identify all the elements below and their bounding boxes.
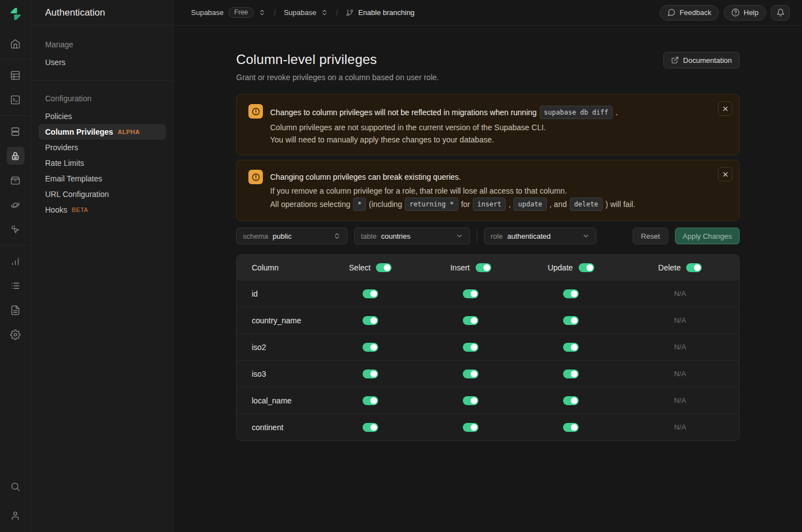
header-cell-column: Column <box>237 263 320 272</box>
topbar: Supabase Free / Supabase / Enable branch… <box>174 0 802 26</box>
table-row: country_nameN/A <box>237 307 739 333</box>
id-update-toggle[interactable] <box>563 289 579 298</box>
page-title: Column-level privileges <box>236 52 439 67</box>
header-label: Update <box>547 263 573 272</box>
continent-insert-toggle[interactable] <box>463 423 478 432</box>
column-name-cell: continent <box>237 423 320 432</box>
account-icon[interactable] <box>7 506 25 524</box>
id-select-toggle[interactable] <box>363 289 378 298</box>
realtime-icon[interactable] <box>7 220 25 238</box>
apply-changes-button[interactable]: Apply Changes <box>675 228 740 244</box>
update-all-toggle[interactable] <box>579 263 594 272</box>
country_name-select-toggle[interactable] <box>363 316 378 325</box>
table-editor-icon[interactable] <box>7 66 25 84</box>
not-applicable-label: N/A <box>674 316 686 324</box>
sidebar-item-email-templates[interactable]: Email Templates <box>38 171 166 186</box>
sidebar-item-url-configuration[interactable]: URL Configuration <box>38 186 166 202</box>
iso2-select-toggle[interactable] <box>363 343 378 352</box>
sidebar-item-rate-limits[interactable]: Rate Limits <box>38 155 166 171</box>
reset-button[interactable]: Reset <box>633 228 668 244</box>
table-select[interactable]: table countries <box>354 228 470 244</box>
role-select[interactable]: role authenticated <box>484 228 596 244</box>
banner-close-button[interactable] <box>718 101 732 116</box>
settings-icon[interactable] <box>7 326 25 343</box>
project-breadcrumb[interactable]: Supabase <box>283 8 328 17</box>
banner-text-segment: for <box>461 199 470 210</box>
delete-cell: N/A <box>621 289 739 298</box>
not-applicable-label: N/A <box>674 370 686 378</box>
header-label: Select <box>349 263 371 272</box>
iso2-insert-toggle[interactable] <box>463 343 478 352</box>
insert-cell <box>420 423 521 432</box>
column-privileges-table: ColumnSelectInsertUpdateDeleteidN/Acount… <box>236 254 740 441</box>
enable-branching-button[interactable]: Enable branching <box>346 8 414 17</box>
feedback-button[interactable]: Feedback <box>659 5 719 21</box>
help-circle-icon <box>731 8 740 17</box>
bell-icon <box>776 8 785 17</box>
country_name-insert-toggle[interactable] <box>463 316 478 325</box>
country_name-update-toggle[interactable] <box>563 316 579 325</box>
banner-text-segment: You will need to manually apply these ch… <box>270 134 494 145</box>
sidebar-item-hooks[interactable]: HooksBETA <box>38 202 166 218</box>
storage-icon[interactable] <box>7 171 25 189</box>
database-icon[interactable] <box>7 122 25 140</box>
table-row: iso2N/A <box>237 333 739 360</box>
sidebar-item-policies[interactable]: Policies <box>38 109 166 124</box>
banner-close-button[interactable] <box>718 167 732 181</box>
schema-select[interactable]: schema public <box>236 228 348 244</box>
sidebar-item-column-privileges[interactable]: Column PrivilegesALPHA <box>38 124 166 140</box>
iso3-insert-toggle[interactable] <box>463 370 478 378</box>
warning-icon <box>248 170 263 184</box>
sidebar-item-label: Rate Limits <box>45 159 84 168</box>
home-icon[interactable] <box>7 35 25 52</box>
org-name: Supabase <box>191 8 224 17</box>
search-icon[interactable] <box>7 477 25 495</box>
continent-update-toggle[interactable] <box>563 423 579 432</box>
sql-editor-icon[interactable] <box>7 91 25 109</box>
logs-icon[interactable] <box>7 277 25 294</box>
local_name-insert-toggle[interactable] <box>463 396 478 405</box>
not-applicable-label: N/A <box>674 396 686 405</box>
table-row: idN/A <box>237 280 739 307</box>
help-button[interactable]: Help <box>723 5 766 21</box>
select-all-toggle[interactable] <box>376 263 392 272</box>
edge-functions-icon[interactable] <box>7 196 25 214</box>
insert-cell <box>420 370 521 378</box>
sidebar-item-providers[interactable]: Providers <box>38 140 166 155</box>
sidebar-section-heading: Configuration <box>38 91 166 106</box>
iso3-update-toggle[interactable] <box>563 370 579 378</box>
reports-icon[interactable] <box>7 252 25 270</box>
iso2-update-toggle[interactable] <box>563 343 579 352</box>
documentation-button[interactable]: Documentation <box>663 52 740 68</box>
schema-value: public <box>273 232 292 240</box>
api-docs-icon[interactable] <box>7 301 25 319</box>
inline-code-chip: delete <box>570 198 603 211</box>
column-name: iso3 <box>252 370 266 378</box>
iso3-select-toggle[interactable] <box>363 370 378 378</box>
banner-text-segment: Column privileges are not supported in t… <box>270 122 546 133</box>
column-name-cell: iso2 <box>237 343 320 352</box>
speech-bubble-icon <box>667 8 676 17</box>
primary-nav-rail <box>0 0 31 532</box>
org-breadcrumb[interactable]: Supabase Free <box>191 7 266 18</box>
header-cell-select: Select <box>320 263 420 272</box>
column-name: iso2 <box>252 343 266 352</box>
insert-cell <box>420 316 521 325</box>
insert-all-toggle[interactable] <box>476 263 491 272</box>
delete-all-toggle[interactable] <box>686 263 702 272</box>
supabase-logo[interactable] <box>6 6 26 22</box>
delete-cell: N/A <box>621 370 739 378</box>
update-cell <box>521 343 621 352</box>
select-cell <box>320 370 420 378</box>
notifications-button[interactable] <box>771 5 790 21</box>
continent-select-toggle[interactable] <box>363 423 378 432</box>
sidebar-item-users[interactable]: Users <box>38 55 166 70</box>
banner-content: Changing column privileges can break exi… <box>270 170 635 212</box>
authentication-sidebar: Authentication ManageUsersConfigurationP… <box>31 0 174 532</box>
authentication-icon[interactable] <box>7 147 25 165</box>
update-cell <box>521 289 621 298</box>
sidebar-item-label: Policies <box>45 112 72 121</box>
local_name-select-toggle[interactable] <box>363 396 378 405</box>
local_name-update-toggle[interactable] <box>563 396 579 405</box>
id-insert-toggle[interactable] <box>463 289 478 298</box>
